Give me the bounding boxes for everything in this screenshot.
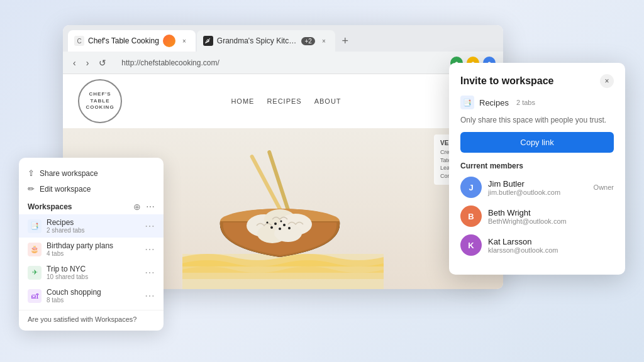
ws-item-more-birthday[interactable]: ⋯ (145, 243, 155, 255)
ws-item-info-birthday: Birthday party plans 4 tabs (47, 241, 140, 257)
badge-icon: 📑 (460, 96, 474, 109)
new-tab-button[interactable]: + (336, 32, 354, 50)
tab-grandmas-kitchen[interactable]: 🌶 Grandma's Spicy Kitchen +2 × (197, 30, 335, 52)
forward-button[interactable]: › (84, 57, 92, 69)
tab-close-chef[interactable]: × (179, 36, 189, 46)
member-role-jim: Owner (594, 184, 614, 191)
workspace-panel: ⇧ Share workspace ✏ Edit workspace Works… (19, 158, 164, 331)
workspace-footer: Are you satisfied with Workspaces? (19, 310, 164, 326)
member-name-kat: Kat Larsson (488, 237, 614, 246)
nav-recipes[interactable]: RECIPES (267, 97, 301, 105)
workspaces-section-title: Workspaces (28, 202, 72, 211)
ws-icon-couch: 🛋 (28, 289, 42, 303)
svg-point-13 (283, 224, 286, 226)
workspace-footer-text: Are you satisfied with Workspaces? (28, 315, 136, 323)
site-nav-links: HOME RECIPES ABOUT (231, 97, 341, 105)
edit-workspace-label: Edit workspace (40, 185, 91, 194)
svg-point-12 (279, 228, 281, 230)
back-button[interactable]: ‹ (70, 57, 79, 69)
badge-workspace-name: Recipes (479, 98, 509, 107)
ws-item-meta-birthday: 4 tabs (47, 250, 140, 257)
ws-item-meta-couch: 8 tabs (47, 297, 140, 304)
member-email-jim: jim.butler@outlook.com (488, 189, 587, 196)
member-name-beth: Beth Wright (488, 208, 614, 217)
member-item-kat: K Kat Larsson klarsson@outlook.com (460, 234, 614, 256)
ws-item-info-couch: Couch shopping 8 tabs (47, 288, 140, 304)
site-logo: CHEF'STABLECOOKING (78, 79, 122, 123)
modal-header: Invite to workspace × (460, 74, 614, 88)
ws-item-more-couch[interactable]: ⋯ (145, 290, 155, 302)
svg-point-11 (274, 222, 277, 225)
ws-icon-recipes: 📑 (28, 219, 42, 233)
share-icon: ⇧ (28, 168, 35, 178)
ws-item-name-birthday: Birthday party plans (47, 241, 140, 250)
tab-avatar-chef (163, 35, 175, 47)
modal-title: Invite to workspace (460, 75, 554, 87)
tab-chefs-table[interactable]: C Chef's Table Cooking × (68, 30, 196, 52)
tab-close-grandma[interactable]: × (319, 36, 329, 46)
ws-item-name-trip: Trip to NYC (47, 265, 140, 273)
ws-item-name-recipes: Recipes (47, 218, 140, 227)
ws-item-more-recipes[interactable]: ⋯ (145, 220, 155, 232)
member-email-beth: BethWright@outlook.com (488, 217, 614, 225)
tab-favicon-chef: C (74, 36, 84, 46)
ws-icon-birthday: 🎂 (28, 243, 42, 256)
edit-icon: ✏ (28, 184, 35, 194)
member-avatar-jim: J (460, 177, 482, 198)
ws-icon-trip: ✈ (28, 266, 42, 280)
site-nav: CHEF'STABLECOOKING HOME RECIPES ABOUT (63, 74, 503, 128)
member-email-kat: klarsson@outlook.com (488, 246, 614, 254)
nav-home[interactable]: HOME (231, 97, 254, 105)
edit-workspace-action[interactable]: ✏ Edit workspace (19, 181, 164, 197)
ws-item-meta-recipes: 2 shared tabs (47, 227, 140, 234)
member-item-jim: J Jim Butler jim.butler@outlook.com Owne… (460, 177, 614, 198)
workspace-item-trip[interactable]: ✈ Trip to NYC 10 shared tabs ⋯ (19, 261, 164, 284)
ws-item-more-trip[interactable]: ⋯ (145, 266, 155, 278)
tab-bar: C Chef's Table Cooking × 🌶 Grandma's Spi… (63, 25, 503, 52)
svg-point-10 (270, 226, 273, 229)
ws-item-info-trip: Trip to NYC 10 shared tabs (47, 265, 140, 280)
member-item-beth: B Beth Wright BethWright@outlook.com (460, 206, 614, 227)
url-input[interactable] (114, 56, 445, 70)
member-avatar-beth: B (460, 206, 482, 227)
workspaces-section-header: Workspaces ⊕ ⋯ (19, 197, 164, 214)
workspace-item-couch[interactable]: 🛋 Couch shopping 8 tabs ⋯ (19, 284, 164, 307)
tab-title-chef: Chef's Table Cooking (88, 36, 159, 45)
ws-header-icons: ⊕ ⋯ (133, 202, 155, 212)
nav-about[interactable]: ABOUT (314, 97, 341, 105)
member-name-jim: Jim Butler (488, 179, 587, 189)
ws-item-info-recipes: Recipes 2 shared tabs (47, 218, 140, 234)
svg-point-14 (288, 227, 291, 229)
address-bar: ‹ › ↺ ● ● ● (63, 52, 503, 74)
workspace-item-birthday[interactable]: 🎂 Birthday party plans 4 tabs ⋯ (19, 238, 164, 261)
refresh-button[interactable]: ↺ (96, 57, 109, 69)
svg-point-16 (267, 222, 269, 224)
workspace-item-recipes[interactable]: 📑 Recipes 2 shared tabs ⋯ (19, 214, 164, 238)
ws-add-icon[interactable]: ⊕ (133, 202, 141, 212)
members-title: Current members (460, 162, 614, 170)
dumplings-illustration (182, 141, 384, 289)
member-info-jim: Jim Butler jim.butler@outlook.com (488, 179, 587, 196)
copy-link-button[interactable]: Copy link (460, 132, 614, 153)
tab-title-grandma: Grandma's Spicy Kitchen (217, 36, 298, 45)
svg-point-15 (280, 221, 282, 222)
ws-item-meta-trip: 10 shared tabs (47, 273, 140, 280)
badge-tabs-count: 2 tabs (516, 99, 535, 106)
share-workspace-label: Share workspace (40, 169, 98, 178)
member-avatar-kat: K (460, 234, 482, 256)
svg-point-9 (274, 224, 302, 242)
ws-more-icon[interactable]: ⋯ (146, 202, 155, 212)
member-info-kat: Kat Larsson klarsson@outlook.com (488, 237, 614, 254)
tab-extra-count: +2 (301, 37, 314, 45)
ws-item-name-couch: Couch shopping (47, 288, 140, 297)
modal-workspace-badge: 📑 Recipes 2 tabs (460, 96, 614, 109)
modal-close-button[interactable]: × (600, 74, 614, 88)
member-info-beth: Beth Wright BethWright@outlook.com (488, 208, 614, 225)
modal-description: Only share this space with people you tr… (460, 116, 614, 124)
tab-favicon-grandma: 🌶 (203, 36, 213, 46)
invite-modal: Invite to workspace × 📑 Recipes 2 tabs O… (449, 63, 625, 275)
share-workspace-action[interactable]: ⇧ Share workspace (19, 165, 164, 181)
